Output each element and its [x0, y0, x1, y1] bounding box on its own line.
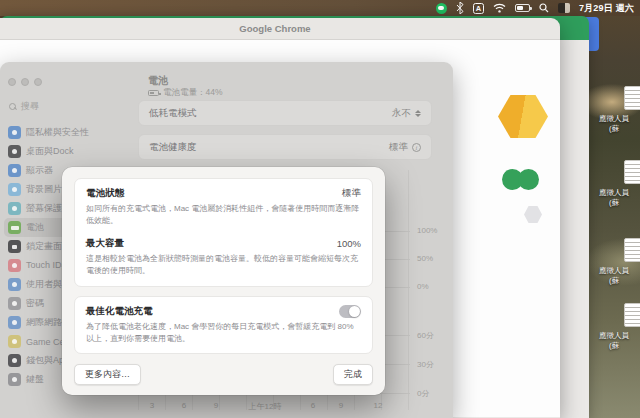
display-icon — [8, 164, 21, 177]
at-icon — [8, 316, 21, 329]
info-icon[interactable]: i — [412, 143, 421, 152]
input-source-icon[interactable]: A — [473, 3, 484, 14]
done-button[interactable]: 完成 — [333, 364, 373, 385]
page-title: 電池 — [148, 74, 168, 88]
chart-x-label: 9 — [214, 401, 218, 410]
desktop-file-label-2: (蘇 — [609, 276, 619, 285]
privacy-icon — [8, 126, 21, 139]
search-icon — [9, 103, 17, 111]
sidebar-item-label: 鎖定畫面 — [26, 240, 62, 253]
battery-icon — [8, 221, 21, 234]
lock-icon — [8, 240, 21, 253]
chart-x-label: 12 — [374, 401, 383, 410]
wallet-icon — [8, 354, 21, 367]
dialog-info-card: 電池狀態 標準 如同所有的充電式電池，Mac 電池屬於消耗性組件，會隨著使用時間… — [74, 178, 373, 287]
section-title: 電池狀態 — [86, 187, 124, 200]
sidebar-item[interactable]: 桌面與Dock — [0, 142, 132, 161]
menu-extra-icon[interactable] — [558, 2, 570, 14]
sidebar-item-label: 電池 — [26, 221, 44, 234]
optimized-charging-title: 最佳化電池充電 — [86, 305, 153, 318]
desktop-file-label: 應徵人員 — [599, 188, 629, 197]
chart-y-label: 30分 — [417, 359, 434, 370]
section-title: 最大容量 — [86, 237, 124, 250]
chrome-window-title: Google Chrome — [0, 18, 560, 40]
section-description: 這是相較於電池為全新狀態時測量的電池容量。較低的容量可能會縮短每次充電後的使用時… — [86, 253, 361, 278]
battery-health-row: 電池健康度 標準 i — [138, 134, 432, 160]
chart-y-label: 0% — [417, 282, 429, 291]
document-thumbnail-icon — [624, 86, 640, 110]
users-icon — [8, 278, 21, 291]
sidebar-item[interactable]: 隱私權與安全性 — [0, 123, 132, 142]
screensaver-icon — [8, 202, 21, 215]
chart-x-label: 6 — [182, 401, 186, 410]
chart-y-label: 50% — [417, 254, 433, 263]
battery-health-dialog: 電池狀態 標準 如同所有的充電式電池，Mac 電池屬於消耗性組件，會隨著使用時間… — [62, 167, 385, 395]
search-placeholder: 搜尋 — [21, 100, 39, 113]
key-icon — [8, 297, 21, 310]
green-circles-shape — [502, 169, 540, 190]
wallpaper-icon — [8, 183, 21, 196]
section-value: 100% — [337, 238, 361, 249]
document-thumbnail-icon — [624, 160, 640, 184]
dialog-section: 最大容量 100% 這是相較於電池為全新狀態時測量的電池容量。較低的容量可能會縮… — [86, 237, 361, 278]
dock-icon — [8, 145, 21, 158]
low-power-mode-row: 低耗電模式 永不 — [138, 100, 432, 126]
chart-x-label: 6 — [311, 401, 315, 410]
desktop-file-label-2: (蘇 — [609, 341, 619, 350]
sidebar-search-field[interactable]: 搜尋 — [9, 100, 123, 113]
section-value: 標準 — [342, 187, 361, 200]
spotlight-icon[interactable] — [539, 2, 549, 14]
sidebar-item-label: 顯示器 — [26, 164, 53, 177]
dialog-section: 電池狀態 標準 如同所有的充電式電池，Mac 電池屬於消耗性組件，會隨著使用時間… — [86, 187, 361, 228]
sidebar-item-label: 桌面與Dock — [26, 145, 74, 158]
chart-x-label: 3 — [150, 401, 154, 410]
chevron-up-down-icon — [415, 110, 421, 117]
chart-y-label: 100% — [417, 226, 437, 235]
desktop-screen: A 7月29日 週六 Google Chrome 應徵人員(蘇 — [0, 0, 640, 418]
chart-x-label: 上午12時 — [249, 401, 282, 412]
sidebar-item-label: 鍵盤 — [26, 373, 44, 386]
desktop-file-label-2: (蘇 — [609, 124, 619, 133]
optimized-charging-toggle[interactable] — [339, 305, 361, 318]
game-center-icon — [8, 335, 21, 348]
sidebar-item-label: 背景圖片 — [26, 183, 62, 196]
touch-id-icon — [8, 259, 21, 272]
chart-y-label: 0分 — [417, 388, 429, 399]
desktop-file-label: 應徵人員 — [599, 331, 629, 340]
chart-x-label: 9 — [339, 401, 343, 410]
battery-level-text: 電池電量：44% — [163, 87, 223, 99]
battery-health-label: 電池健康度 — [149, 141, 197, 154]
keyboard-icon — [8, 373, 21, 386]
section-description: 如同所有的充電式電池，Mac 電池屬於消耗性組件，會隨著使用時間而逐漸降低效能。 — [86, 203, 361, 228]
document-thumbnail-icon — [624, 238, 640, 262]
optimized-charging-description: 為了降低電池老化速度，Mac 會學習你的每日充電模式，會暫緩充電到 80% 以上… — [86, 321, 361, 346]
menu-bar: A 7月29日 週六 — [0, 0, 640, 16]
wifi-icon[interactable] — [493, 2, 506, 14]
sidebar-item-label: 密碼 — [26, 297, 44, 310]
desktop-file-icons: 應徵人員(蘇 應徵人員(蘇 應徵人員(蘇 應徵人員(蘇 — [588, 16, 640, 418]
low-power-mode-label: 低耗電模式 — [149, 107, 197, 120]
battery-level-icon — [148, 90, 159, 96]
low-power-mode-select[interactable]: 永不 — [392, 107, 421, 120]
optimized-charging-card: 最佳化電池充電 為了降低電池老化速度，Mac 會學習你的每日充電模式，會暫緩充電… — [74, 296, 373, 355]
bluetooth-icon[interactable] — [456, 2, 464, 14]
more-info-button[interactable]: 更多內容… — [74, 364, 141, 385]
chart-y-label: 60分 — [417, 330, 434, 341]
desktop-file-label-2: (蘇 — [609, 198, 619, 207]
document-thumbnail-icon — [624, 303, 640, 327]
battery-health-value: 標準 — [389, 141, 408, 154]
battery-status-icon[interactable] — [515, 2, 530, 14]
sidebar-item-label: 隱私權與安全性 — [26, 126, 89, 139]
desktop-file-label: 應徵人員 — [599, 266, 629, 275]
menu-bar-date[interactable]: 7月29日 週六 — [579, 2, 634, 14]
desktop-file-label: 應徵人員 — [599, 114, 629, 123]
line-app-icon[interactable] — [436, 2, 447, 14]
